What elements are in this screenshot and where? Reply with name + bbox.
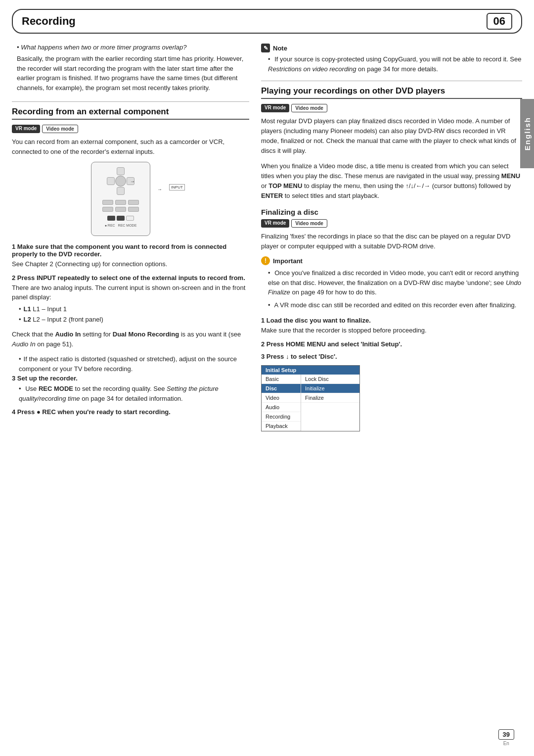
- menu-left-col: Basic Disc Video Audio Recording Playbac…: [262, 375, 301, 431]
- step-4: 4 Press ● REC when you're ready to start…: [12, 408, 249, 416]
- remote-btn-4: [102, 207, 113, 212]
- step-3-bullets: Use REC MODE to set the recording qualit…: [12, 384, 249, 403]
- step-1: 1 Make sure that the component you want …: [12, 243, 249, 269]
- other-btn: [126, 216, 134, 221]
- menu-right-col: Lock Disc Initialize Finalize: [301, 375, 359, 431]
- menu-finalize: Finalize: [301, 393, 359, 403]
- remote-diagram-area: →: [12, 162, 249, 236]
- important-list: Once you've finalized a disc recorded in…: [261, 268, 522, 310]
- arrow-right-icon: →: [130, 179, 135, 184]
- menu-audio: Audio: [262, 403, 301, 412]
- finalizing-heading: Finalizing a disc: [261, 208, 522, 216]
- ext-component-badges: VR mode Video mode: [12, 125, 249, 133]
- video-mode-badge-2: Video mode: [291, 104, 327, 112]
- finalize-step-3-heading: 3 Press ↓ to select 'Disc'.: [261, 353, 522, 360]
- menu-screenshot: Initial Setup Basic Disc Video Audio Rec…: [261, 365, 360, 431]
- left-column: • What happens when two or more timer pr…: [12, 34, 249, 431]
- chapter-number: 06: [487, 13, 512, 30]
- main-content: • What happens when two or more timer pr…: [12, 34, 522, 431]
- remote-bottom-row: [107, 216, 134, 221]
- dual-mono-text: Check that the Audio In setting for Dual…: [12, 330, 249, 349]
- remote-btn-3: [128, 200, 139, 205]
- playing-intro: Most regular DVD players can play finali…: [261, 116, 522, 156]
- important-box: ! Important Once you've finalized a disc…: [261, 256, 522, 310]
- divider-2: [261, 81, 522, 81]
- vr-mode-badge: VR mode: [12, 125, 40, 133]
- vr-mode-badge-3: VR mode: [261, 219, 289, 228]
- step-1-heading: 1 Make sure that the component you want …: [12, 243, 249, 258]
- input-arrow: →: [157, 187, 162, 192]
- note-item: If your source is copy-protected using C…: [268, 54, 522, 74]
- step-3-bullet-1: Use REC MODE to set the recording qualit…: [19, 384, 249, 403]
- finalize-step-1-heading: 1 Load the disc you want to finalize.: [261, 317, 522, 324]
- menu-basic: Basic: [262, 375, 301, 384]
- menu-playback: Playback: [262, 422, 301, 431]
- step-2-heading: 2 Press INPUT repeatedly to select one o…: [12, 274, 249, 282]
- page-title: Recording: [22, 15, 76, 28]
- remote-btn-2: [115, 200, 126, 205]
- menu-disc: Disc: [262, 384, 301, 393]
- ext-component-intro: You can record from an external componen…: [12, 137, 249, 157]
- menu-body: Basic Disc Video Audio Recording Playbac…: [262, 375, 359, 431]
- finalizing-body: Finalizing 'fixes' the recordings in pla…: [261, 232, 522, 251]
- input-label: INPUT: [169, 184, 185, 190]
- playing-recordings-heading: Playing your recordings on other DVD pla…: [261, 86, 522, 99]
- step-4-heading: 4 Press ● REC when you're ready to start…: [12, 408, 249, 416]
- menu-initialize: Initialize: [301, 384, 359, 393]
- side-language-label: English: [520, 99, 534, 168]
- finalize-step-1-body: Make sure that the recorder is stopped b…: [261, 326, 522, 335]
- menu-title-bar: Initial Setup: [262, 366, 359, 375]
- divider-1: [12, 101, 249, 102]
- page-number: 39: [498, 729, 514, 740]
- menu-lock-disc: Lock Disc: [301, 375, 359, 384]
- menu-recording: Recording: [262, 412, 301, 422]
- finalizing-badges: VR mode Video mode: [261, 219, 522, 228]
- btn-labels: ● REC REC MODE: [105, 224, 137, 227]
- remote-btns-row-1: [102, 200, 139, 205]
- header-bar: Recording 06: [12, 9, 522, 34]
- dpad-up: [117, 167, 125, 175]
- input-list: L1 L1 – Input 1 L2 L2 – Input 2 (front p…: [12, 304, 249, 325]
- remote-diagram: →: [91, 162, 150, 236]
- step-3: 3 Set up the recorder. Use REC MODE to s…: [12, 375, 249, 403]
- remote-btns-row-2: [102, 207, 139, 212]
- remote-btn-1: [102, 200, 113, 205]
- ext-component-heading: Recording from an external component: [12, 107, 249, 120]
- note-icon: ✎: [261, 44, 270, 52]
- important-title: ! Important: [261, 256, 522, 265]
- note-title: ✎ Note: [261, 44, 522, 52]
- dpad: →: [106, 166, 135, 196]
- dpad-center: [115, 176, 126, 187]
- finalize-step-3: 3 Press ↓ to select 'Disc'.: [261, 353, 522, 360]
- aspect-ratio-list: If the aspect ratio is distorted (squash…: [12, 354, 249, 374]
- video-mode-badge-3: Video mode: [291, 219, 327, 228]
- playing-para2: When you finalize a Video mode disc, a t…: [261, 161, 522, 201]
- timer-answer: Basically, the program with the earlier …: [17, 54, 249, 93]
- rec-btn: [107, 216, 115, 221]
- note-content: If your source is copy-protected using C…: [261, 54, 522, 74]
- dpad-right: →: [127, 177, 134, 185]
- timer-question: • What happens when two or more timer pr…: [17, 44, 249, 51]
- input-l1: L1 L1 – Input 1: [19, 304, 249, 314]
- important-item-2: A VR mode disc can still be recorded and…: [268, 300, 522, 310]
- input-l2: L2 L2 – Input 2 (front panel): [19, 315, 249, 325]
- important-icon: !: [261, 256, 270, 265]
- important-item-1: Once you've finalized a disc recorded in…: [268, 268, 522, 297]
- page-lang: En: [503, 741, 509, 746]
- page-number-area: 39 En: [498, 729, 514, 746]
- aspect-ratio-item: If the aspect ratio is distorted (squash…: [19, 354, 249, 374]
- finalize-step-1: 1 Load the disc you want to finalize. Ma…: [261, 317, 522, 335]
- step-3-heading: 3 Set up the recorder.: [12, 375, 249, 382]
- recmode-btn: [117, 216, 125, 221]
- step-1-body: See Chapter 2 (Connecting up) for connec…: [12, 259, 249, 269]
- top-note: • What happens when two or more timer pr…: [12, 44, 249, 93]
- playing-badges: VR mode Video mode: [261, 104, 522, 112]
- vr-mode-badge-2: VR mode: [261, 104, 289, 112]
- finalize-step-2: 2 Press HOME MENU and select 'Initial Se…: [261, 340, 522, 348]
- remote-btn-6: [128, 207, 139, 212]
- step-2: 2 Press INPUT repeatedly to select one o…: [12, 274, 249, 325]
- right-column: ✎ Note If your source is copy-protected …: [261, 34, 522, 431]
- remote-btn-5: [115, 207, 126, 212]
- menu-video: Video: [262, 393, 301, 403]
- dpad-down: [117, 187, 125, 195]
